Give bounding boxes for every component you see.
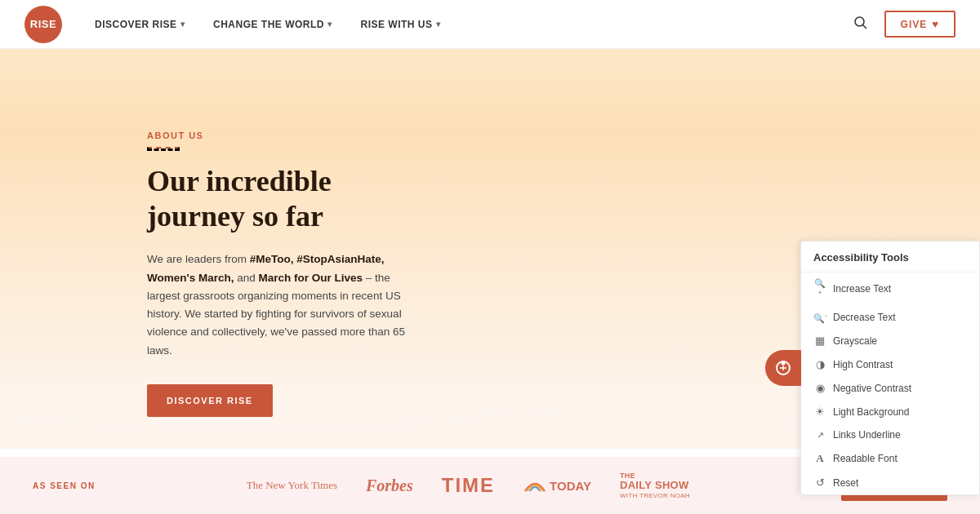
as-seen-on-label: AS SEEN ON xyxy=(33,481,96,490)
media-logos: The New York Times Forbes TIME TODAY THE… xyxy=(247,472,690,500)
give-button[interactable]: GIVE ♥ xyxy=(884,11,956,38)
header-right: GIVE ♥ xyxy=(853,11,956,38)
forbes-logo: Forbes xyxy=(366,476,413,495)
nav-rise-with-us[interactable]: RISE WITH US ▾ xyxy=(361,19,441,30)
reset-icon: ↺ xyxy=(813,476,826,489)
today-rainbow-icon xyxy=(523,478,546,493)
daily-show-logo: THE DAILY SHOW WITH TREVOR NOAH xyxy=(620,472,690,500)
links-underline-icon: ↗ xyxy=(813,430,826,441)
reset-option[interactable]: ↺ Reset xyxy=(801,471,979,494)
search-button[interactable] xyxy=(853,16,868,33)
svg-point-0 xyxy=(855,17,864,26)
main-heading: Our incredible journey so far xyxy=(147,164,425,234)
nyt-logo: The New York Times xyxy=(247,479,337,492)
accessibility-toggle-button[interactable] xyxy=(765,350,801,386)
negative-contrast-icon: ◉ xyxy=(813,382,826,394)
nav-discover-rise[interactable]: DISCOVER RISE ▾ xyxy=(95,19,185,30)
left-text-section: ABOUT US Our incredible journey so far W… xyxy=(147,122,425,417)
chevron-down-icon: ▾ xyxy=(180,20,185,29)
main-nav: DISCOVER RISE ▾ CHANGE THE WORLD ▾ RISE … xyxy=(95,19,853,30)
high-contrast-icon: ◑ xyxy=(813,358,826,370)
today-logo: TODAY xyxy=(523,478,591,493)
heart-icon: ♥ xyxy=(932,18,939,30)
grayscale-icon: ▦ xyxy=(813,335,826,347)
discover-rise-button[interactable]: DISCOVER RISE xyxy=(147,384,273,417)
decrease-text-option[interactable]: 🔍- Decrease Text xyxy=(801,306,979,330)
high-contrast-option[interactable]: ◑ High Contrast xyxy=(801,352,979,376)
grayscale-option[interactable]: ▦ Grayscale xyxy=(801,329,979,352)
links-underline-option[interactable]: ↗ Links Underline xyxy=(801,423,979,446)
section-divider xyxy=(147,147,180,151)
accessibility-title: Accessibility Tools xyxy=(801,241,979,273)
body-text: We are leaders from #MeToo, #StopAsianHa… xyxy=(147,250,425,360)
decrease-text-icon: 🔍- xyxy=(813,312,826,324)
search-icon xyxy=(853,16,868,30)
logo[interactable]: RISE xyxy=(24,6,62,43)
chevron-down-icon: ▾ xyxy=(327,20,332,29)
accessibility-panel: Accessibility Tools 🔍+ Increase Text 🔍- … xyxy=(800,241,980,495)
accessibility-icon xyxy=(774,359,792,377)
nav-change-world[interactable]: CHANGE THE WORLD ▾ xyxy=(213,19,332,30)
increase-text-option[interactable]: 🔍+ Increase Text xyxy=(801,273,979,306)
negative-contrast-option[interactable]: ◉ Negative Contrast xyxy=(801,376,979,400)
readable-font-icon: A xyxy=(813,452,826,465)
light-background-icon: ☀ xyxy=(813,405,826,418)
chevron-down-icon: ▾ xyxy=(436,20,441,29)
svg-line-1 xyxy=(862,24,866,29)
readable-font-option[interactable]: A Readable Font xyxy=(801,446,979,471)
light-background-option[interactable]: ☀ Light Background xyxy=(801,400,979,423)
increase-text-icon: 🔍+ xyxy=(813,278,826,300)
header: RISE DISCOVER RISE ▾ CHANGE THE WORLD ▾ … xyxy=(0,0,980,49)
about-us-label: ABOUT US xyxy=(147,131,425,140)
time-logo: TIME xyxy=(442,474,495,497)
